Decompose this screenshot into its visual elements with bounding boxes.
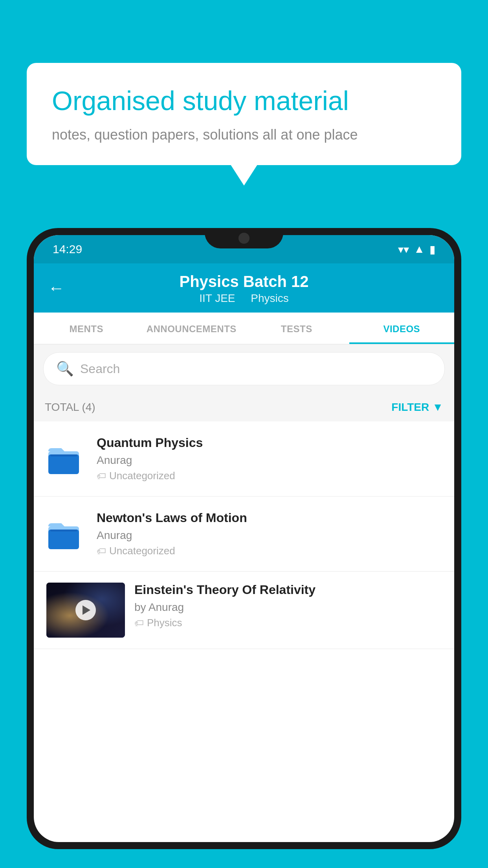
video-title-1: Quantum Physics (97, 436, 442, 450)
filter-label: FILTER (391, 401, 429, 414)
tab-tests[interactable]: TESTS (244, 313, 349, 344)
video-tag-2: 🏷 Uncategorized (97, 545, 442, 557)
video-info-1: Quantum Physics Anurag 🏷 Uncategorized (97, 436, 442, 482)
speech-bubble-subtitle: notes, question papers, solutions all at… (52, 127, 436, 143)
folder-thumbnail-1 (46, 440, 86, 477)
tab-announcements[interactable]: ANNOUNCEMENTS (139, 313, 244, 344)
svg-rect-5 (50, 530, 77, 531)
list-item[interactable]: Einstein's Theory Of Relativity by Anura… (34, 572, 454, 649)
play-triangle-icon (83, 605, 90, 615)
video-info-2: Newton's Laws of Motion Anurag 🏷 Uncateg… (97, 511, 442, 557)
search-icon: 🔍 (56, 360, 74, 377)
header-subtitle-part2: Physics (251, 292, 288, 304)
video-info-3: Einstein's Theory Of Relativity by Anura… (134, 583, 442, 629)
status-time: 14:29 (53, 243, 82, 256)
signal-icon: ▲ (414, 243, 425, 256)
status-icons: ▾▾ ▲ ▮ (398, 243, 435, 256)
video-tag-3: 🏷 Physics (134, 617, 442, 629)
battery-icon: ▮ (429, 243, 435, 256)
tag-icon-2: 🏷 (97, 546, 106, 557)
search-placeholder: Search (80, 362, 120, 376)
tab-ments[interactable]: MENTS (34, 313, 139, 344)
tag-icon-3: 🏷 (134, 618, 144, 629)
front-camera (238, 233, 250, 244)
phone-screen: 14:29 ▾▾ ▲ ▮ ← Physics Batch 12 IIT JEE … (34, 235, 454, 842)
speech-bubble-title: Organised study material (52, 85, 436, 117)
video-author-2: Anurag (97, 529, 442, 542)
video-tag-label-1: Uncategorized (109, 470, 175, 482)
video-list: Quantum Physics Anurag 🏷 Uncategorized (34, 421, 454, 649)
phone-notch (205, 228, 283, 248)
app-header: ← Physics Batch 12 IIT JEE Physics (34, 263, 454, 313)
video-tag-label-2: Uncategorized (109, 545, 175, 557)
speech-bubble: Organised study material notes, question… (27, 63, 461, 165)
folder-icon-2 (46, 515, 82, 551)
header-title: Physics Batch 12 (50, 273, 438, 291)
video-author-3: by Anurag (134, 601, 442, 614)
filter-bar: TOTAL (4) FILTER ▼ (34, 393, 454, 421)
play-button[interactable] (75, 600, 96, 620)
video-tag-1: 🏷 Uncategorized (97, 470, 442, 482)
video-thumbnail-einstein (46, 583, 125, 638)
tabs-bar: MENTS ANNOUNCEMENTS TESTS VIDEOS (34, 313, 454, 344)
folder-thumbnail-2 (46, 515, 86, 552)
speech-bubble-section: Organised study material notes, question… (27, 63, 461, 165)
list-item[interactable]: Quantum Physics Anurag 🏷 Uncategorized (34, 421, 454, 497)
filter-icon: ▼ (432, 401, 443, 414)
phone-outer: 14:29 ▾▾ ▲ ▮ ← Physics Batch 12 IIT JEE … (27, 228, 461, 849)
list-item[interactable]: Newton's Laws of Motion Anurag 🏷 Uncateg… (34, 497, 454, 572)
header-subtitle-part1: IIT JEE (199, 292, 235, 304)
folder-icon-1 (46, 440, 82, 476)
video-tag-label-3: Physics (147, 617, 182, 629)
filter-button[interactable]: FILTER ▼ (391, 401, 443, 414)
search-bar[interactable]: 🔍 Search (43, 352, 445, 385)
video-author-1: Anurag (97, 454, 442, 467)
total-count: TOTAL (4) (45, 401, 95, 414)
wifi-icon: ▾▾ (398, 243, 409, 256)
tab-videos[interactable]: VIDEOS (349, 313, 455, 344)
back-button[interactable]: ← (48, 279, 64, 298)
svg-rect-2 (50, 454, 77, 456)
header-subtitle: IIT JEE Physics (50, 292, 438, 305)
video-title-2: Newton's Laws of Motion (97, 511, 442, 525)
phone-frame: 14:29 ▾▾ ▲ ▮ ← Physics Batch 12 IIT JEE … (27, 228, 461, 868)
search-container: 🔍 Search (34, 344, 454, 393)
svg-rect-4 (48, 530, 79, 549)
video-title-3: Einstein's Theory Of Relativity (134, 583, 442, 597)
svg-rect-1 (48, 454, 79, 474)
tag-icon-1: 🏷 (97, 471, 106, 482)
